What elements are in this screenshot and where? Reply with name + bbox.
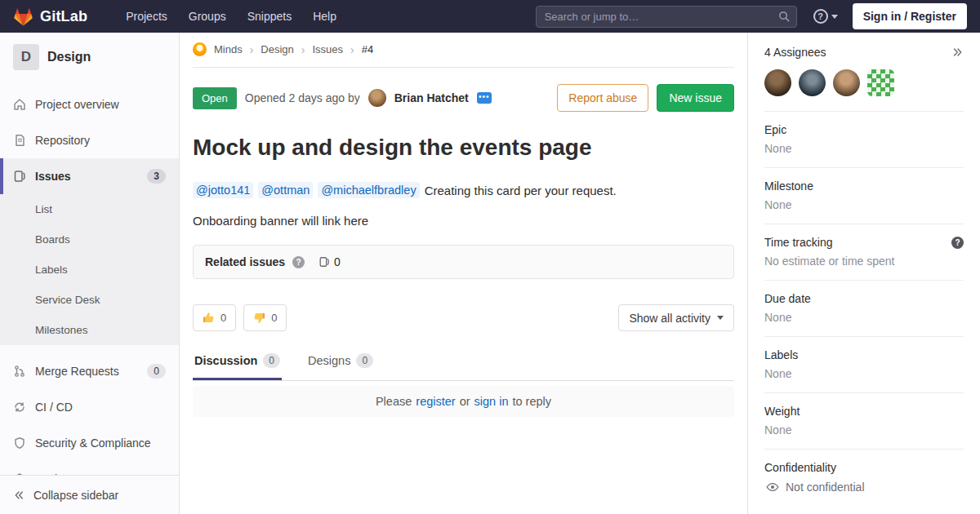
collapse-sidebar-label: Collapse sidebar [33,489,118,502]
thumbs-up-count: 0 [220,312,226,324]
sidebar-subitem-labels[interactable]: Labels [0,255,179,285]
mention-link[interactable]: @michaelfbradley [318,182,419,198]
thumbs-up-button[interactable]: 0 [193,304,236,331]
section-label: Due date [764,292,811,305]
breadcrumb-project[interactable]: Design [261,43,293,55]
section-label: Milestone [764,179,813,193]
assignee-avatar[interactable] [764,69,791,96]
sign-in-register-button[interactable]: Sign in / Register [853,3,967,29]
breadcrumb-group[interactable]: Minds [214,43,243,55]
repository-icon [13,134,26,147]
merge-requests-count-badge: 0 [147,364,166,379]
report-abuse-button[interactable]: Report abuse [557,84,648,112]
sidebar-section-epic: Epic None [764,111,964,167]
mention-link[interactable]: @ottman [258,182,313,198]
project-header[interactable]: D Design [0,33,179,80]
issue-title: Mock up and design the events page [193,135,734,161]
nav-link-snippets[interactable]: Snippets [238,5,301,28]
tab-count-badge: 0 [356,353,373,368]
help-menu[interactable]: ? [813,9,838,24]
sidebar-item-label: Repository [35,134,166,147]
assignee-avatar[interactable] [867,69,894,96]
search-input[interactable] [536,6,797,28]
author-avatar[interactable] [368,89,386,107]
help-icon[interactable]: ? [292,256,305,268]
nav-link-groups[interactable]: Groups [180,5,235,28]
thumbs-down-count: 0 [271,312,277,324]
help-icon: ? [813,9,828,24]
activity-filter-label: Show all activity [629,312,710,325]
sidebar-section-milestone: Milestone None [764,167,964,224]
issue-actions: Report abuse New issue [557,84,734,112]
help-icon[interactable]: ? [951,237,964,249]
assignees-avatars [764,69,964,111]
menu-divider [0,345,179,353]
section-label: Time tracking [764,236,833,249]
chevron-down-icon [717,316,724,320]
issues-count-badge: 3 [147,169,166,184]
sidebar-subitem-service-desk[interactable]: Service Desk [0,285,179,315]
thumbs-down-icon [253,312,265,324]
merge-request-icon [13,365,26,378]
sidebar-item-label: Issues [35,170,138,183]
tab-label: Discussion [194,354,257,367]
sidebar-item-issues[interactable]: Issues 3 [0,158,179,194]
section-value: Not confidential [786,481,865,494]
issues-icon [13,170,26,183]
nav-link-projects[interactable]: Projects [117,5,176,28]
new-issue-button[interactable]: New issue [657,84,734,112]
eye-icon [766,481,779,494]
reply-pre-text: Please [376,395,412,408]
related-issues-title: Related issues [205,255,285,268]
issue-sidebar: 4 Assignees Epic None Milestone None Tim… [747,33,980,514]
ci-cd-icon [13,401,26,414]
tab-label: Designs [308,354,350,367]
assignee-avatar[interactable] [799,69,826,96]
tab-discussion[interactable]: Discussion 0 [193,344,282,380]
sidebar-item-merge-requests[interactable]: Merge Requests 0 [0,353,179,389]
sidebar-item-label: CI / CD [35,401,166,414]
main-content: Minds › Design › Issues › #4 Open Opened… [180,33,747,514]
sidebar-subitem-list[interactable]: List [0,194,179,224]
global-search [536,6,797,28]
chevron-right-icon: › [250,43,254,56]
thumbs-down-button[interactable]: 0 [243,304,287,331]
breadcrumb: Minds › Design › Issues › #4 [193,33,734,68]
gitlab-logo[interactable]: GitLab [13,7,87,27]
mention-link[interactable]: @jotto141 [193,182,253,198]
breadcrumb-issues[interactable]: Issues [313,43,344,55]
section-value: None [764,142,964,155]
double-chevron-right-icon[interactable] [952,47,964,58]
search-icon [778,11,791,23]
sidebar-subitem-milestones[interactable]: Milestones [0,315,179,345]
tab-designs[interactable]: Designs 0 [306,344,375,380]
sign-in-link[interactable]: sign in [474,395,509,408]
sidebar-item-repository[interactable]: Repository [0,122,179,158]
sidebar-subitem-boards[interactable]: Boards [0,224,179,255]
tab-count-badge: 0 [263,353,280,368]
gitlab-issue-page: GitLab Projects Groups Snippets Help ? S… [0,0,980,514]
description-text: Creating this card per your request. [425,184,617,197]
section-label: Epic [764,123,786,136]
thumbs-up-icon [203,312,215,324]
sidebar-item-label: Security & Compliance [35,436,166,450]
sidebar-item-project-overview[interactable]: Project overview [0,86,179,122]
issue-status-row: Open Opened 2 days ago by Brian Hatchet … [193,84,734,112]
register-link[interactable]: register [416,395,455,408]
author-name[interactable]: Brian Hatchet [394,91,469,104]
nav-link-help[interactable]: Help [304,5,345,28]
reply-prompt: Please register or sign in to reply [193,386,734,417]
sidebar-item-ci-cd[interactable]: CI / CD [0,389,179,425]
section-label: Confidentiality [764,461,836,474]
sidebar-item-label: Merge Requests [35,365,138,378]
sidebar-item-security-compliance[interactable]: Security & Compliance [0,425,179,461]
issue-tabs: Discussion 0 Designs 0 [193,344,734,381]
reply-post-text: to reply [512,395,551,408]
assignee-avatar[interactable] [833,69,860,96]
gitlab-tanuki-icon [13,7,33,27]
collapse-sidebar-button[interactable]: Collapse sidebar [0,475,179,514]
chat-bubble-icon[interactable]: ••• [477,92,492,104]
activity-filter-dropdown[interactable]: Show all activity [618,304,734,331]
chevron-down-icon [831,15,838,19]
issues-section: Issues 3 List Boards Labels Service Desk… [0,158,179,345]
